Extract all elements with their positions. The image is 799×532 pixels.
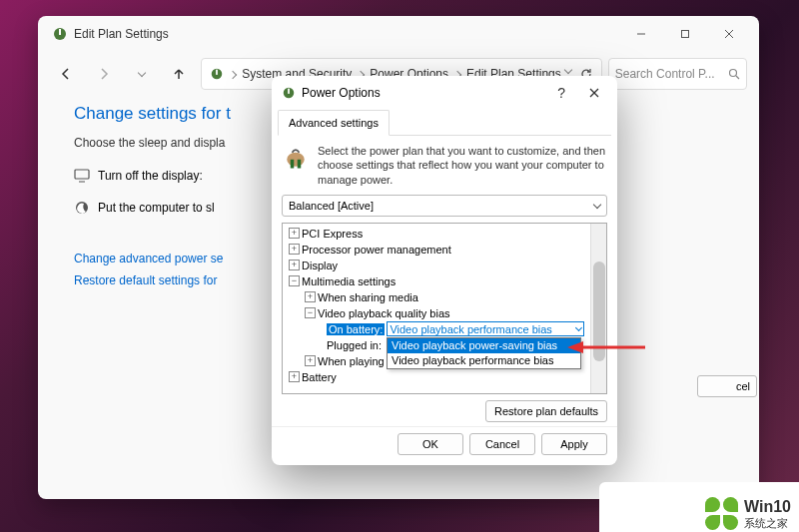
on-battery-label[interactable]: On battery:	[327, 323, 385, 335]
display-timeout-label: Turn off the display:	[98, 169, 203, 183]
tree-multimedia[interactable]: Multimedia settings	[302, 275, 396, 287]
plugged-in-label[interactable]: Plugged in:	[327, 339, 382, 351]
maximize-button[interactable]	[663, 19, 707, 49]
window-titlebar: Edit Plan Settings	[38, 16, 759, 52]
cancel-button-partial[interactable]: cel	[697, 375, 757, 397]
expand-toggle[interactable]: +	[305, 291, 316, 302]
restore-defaults-button[interactable]: Restore plan defaults	[485, 400, 607, 422]
dialog-body: Select the power plan that you want to c…	[272, 136, 617, 426]
tree-video-bias[interactable]: Video playback quality bias	[318, 307, 450, 319]
dialog-title: Power Options	[302, 86, 381, 100]
svg-rect-10	[75, 170, 89, 179]
svg-rect-7	[216, 70, 218, 75]
back-button[interactable]	[50, 58, 82, 90]
annotation-arrow	[567, 339, 647, 355]
expand-toggle[interactable]: +	[305, 355, 316, 366]
chevron-down-icon	[593, 201, 601, 209]
on-battery-select[interactable]: Video playback performance bias	[387, 321, 584, 336]
search-placeholder: Search Control P...	[615, 67, 724, 81]
settings-tree[interactable]: +PCI Express +Processor power management…	[282, 223, 607, 394]
tree-pci-express[interactable]: PCI Express	[302, 228, 363, 240]
svg-rect-1	[59, 29, 61, 35]
minimize-button[interactable]	[619, 19, 663, 49]
power-options-icon	[210, 67, 224, 81]
apply-button[interactable]: Apply	[541, 433, 607, 455]
dropdown-option[interactable]: Video playback power-saving bias	[388, 338, 580, 353]
tab-advanced-settings[interactable]: Advanced settings	[278, 110, 390, 136]
up-button[interactable]	[163, 58, 195, 90]
search-icon	[728, 68, 740, 80]
svg-rect-14	[288, 89, 290, 94]
power-options-icon	[282, 86, 296, 100]
search-input[interactable]: Search Control P...	[608, 58, 747, 90]
expand-toggle[interactable]: +	[289, 244, 300, 255]
display-icon	[74, 168, 90, 184]
expand-toggle[interactable]: +	[289, 260, 300, 270]
close-button[interactable]	[707, 19, 751, 49]
expand-toggle[interactable]: +	[289, 371, 300, 382]
sleep-icon	[74, 200, 90, 216]
dropdown-option[interactable]: Video playback performance bias	[388, 353, 580, 368]
svg-point-8	[730, 70, 737, 77]
tree-processor[interactable]: Processor power management	[302, 244, 451, 256]
svg-rect-3	[682, 31, 689, 38]
collapse-toggle[interactable]: −	[289, 275, 300, 286]
ok-button[interactable]: OK	[398, 433, 463, 455]
tree-scrollbar[interactable]	[590, 224, 606, 393]
plan-selected-value: Balanced [Active]	[289, 200, 374, 212]
breadcrumb-dropdown[interactable]	[563, 66, 571, 74]
svg-line-9	[736, 76, 739, 79]
tree-when-playing[interactable]: When playing vi	[318, 355, 396, 367]
window-title: Edit Plan Settings	[74, 27, 169, 41]
power-plan-select[interactable]: Balanced [Active]	[282, 195, 607, 217]
svg-rect-18	[291, 160, 295, 169]
tree-sharing-media[interactable]: When sharing media	[318, 291, 418, 303]
recent-locations-button[interactable]	[126, 58, 158, 90]
on-battery-value: Video playback performance bias	[390, 323, 572, 335]
sleep-timeout-label: Put the computer to sl	[98, 201, 215, 215]
dialog-footer: OK Cancel Apply	[272, 426, 617, 465]
chevron-down-icon	[575, 324, 582, 331]
collapse-toggle[interactable]: −	[305, 307, 316, 318]
watermark-logo	[705, 497, 738, 530]
help-button[interactable]: ?	[547, 85, 575, 101]
power-plan-icon	[282, 144, 310, 172]
forward-button[interactable]	[88, 58, 120, 90]
expand-toggle[interactable]: +	[289, 228, 300, 239]
dialog-tabs: Advanced settings	[278, 110, 611, 136]
dialog-close-button[interactable]	[581, 84, 607, 102]
watermark-text: Win10 系统之家	[744, 497, 791, 529]
svg-rect-19	[298, 160, 302, 169]
power-options-dialog: Power Options ? Advanced settings Select…	[272, 76, 617, 465]
svg-marker-21	[567, 341, 583, 353]
dialog-titlebar: Power Options ?	[272, 76, 617, 110]
plan-description: Select the power plan that you want to c…	[318, 144, 607, 187]
tree-display[interactable]: Display	[302, 260, 338, 271]
watermark: Win10 系统之家	[705, 497, 791, 530]
power-options-icon	[52, 26, 68, 42]
cancel-button[interactable]: Cancel	[469, 433, 535, 455]
svg-point-17	[287, 153, 305, 167]
on-battery-dropdown[interactable]: Video playback power-saving bias Video p…	[387, 337, 581, 369]
tree-battery[interactable]: Battery	[302, 371, 337, 383]
